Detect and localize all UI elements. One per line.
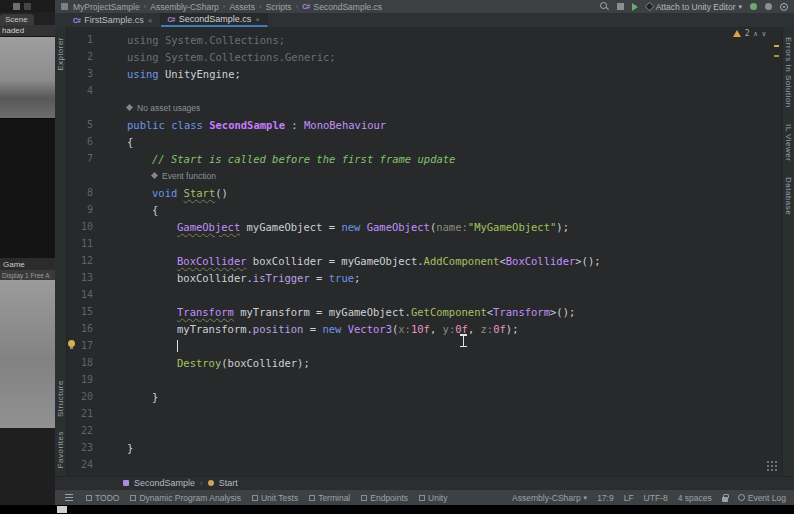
tab-game[interactable]: Game	[0, 258, 55, 270]
run-play-icon[interactable]	[632, 3, 638, 11]
code-line[interactable]: 12BoxCollider boxCollider = myGameObject…	[67, 252, 782, 269]
codevision-hint-line[interactable]: Event function	[67, 167, 782, 184]
code-line[interactable]: 2using System.Collections.Generic;	[67, 48, 782, 65]
csharp-file-icon: C#	[302, 3, 309, 10]
code-text: {	[127, 204, 158, 216]
code-area: 1using System.Collections;2using System.…	[67, 31, 782, 473]
code-line[interactable]: 1using System.Collections;	[67, 31, 782, 48]
code-line[interactable]: 19	[67, 371, 782, 388]
code-text	[127, 339, 178, 352]
game-viewport[interactable]	[0, 280, 55, 428]
breadcrumb-item[interactable]: Assembly-CSharp	[150, 2, 219, 12]
code-line[interactable]: 4	[67, 82, 782, 99]
codevision-hint-line[interactable]: No asset usages	[67, 99, 782, 116]
unity-window-icon[interactable]	[24, 3, 31, 10]
toolwindow-structure[interactable]: Structure	[56, 380, 65, 417]
toolwindow-il-viewer[interactable]: IL Viewer	[784, 124, 793, 161]
close-icon[interactable]: ×	[255, 15, 260, 24]
hamburger-menu-icon[interactable]	[65, 497, 73, 498]
code-line[interactable]: 18Destroy(boxCollider);	[67, 354, 782, 371]
inspection-widget: 2 ∧ ∨	[733, 29, 766, 38]
todo-icon	[86, 495, 92, 501]
breadcrumb-item[interactable]: Assets	[229, 2, 255, 12]
settings-gear-icon[interactable]	[780, 3, 788, 11]
code-line[interactable]: 5public class SecondSample : MonoBehavio…	[67, 116, 782, 133]
unit-tests-icon	[252, 495, 258, 501]
breadcrumb-item[interactable]: MyProjectSample	[73, 2, 140, 12]
lock-icon[interactable]	[722, 497, 728, 502]
code-line[interactable]: 17	[67, 337, 782, 354]
taskbar-thumbnail	[57, 506, 67, 513]
code-line[interactable]: 20}	[67, 388, 782, 405]
line-number: 19	[67, 374, 97, 385]
unity-logo-icon	[644, 2, 654, 12]
event-log-button[interactable]: Event Log	[738, 493, 786, 503]
line-number: 9	[67, 204, 97, 215]
code-line[interactable]: 3using UnityEngine;	[67, 65, 782, 82]
build-hammer-icon[interactable]	[617, 3, 624, 10]
scrollbar-warning-mark[interactable]	[774, 45, 779, 47]
build-configuration-select[interactable]: Assembly-CSharp▾	[512, 493, 587, 503]
caret-position[interactable]: 17:9	[597, 493, 614, 503]
scene-viewport[interactable]	[0, 36, 55, 118]
line-number: 3	[67, 68, 97, 79]
toolwindow-dpa[interactable]: Dynamic Program Analysis	[130, 493, 241, 503]
navbar-class[interactable]: SecondSample	[134, 478, 195, 488]
toolwindow-unit-tests[interactable]: Unit Tests	[252, 493, 298, 503]
code-text: Transform myTransform = myGameObject.Get…	[127, 306, 575, 318]
code-line[interactable]: 10GameObject myGameObject = new GameObje…	[67, 218, 782, 235]
toolwindow-favorites[interactable]: Favorites	[56, 431, 65, 468]
code-line[interactable]: 15Transform myTransform = myGameObject.G…	[67, 303, 782, 320]
game-display-toolbar[interactable]: Display 1 Free A	[0, 270, 55, 280]
next-issue-icon[interactable]: ∨	[762, 30, 766, 38]
code-line[interactable]: 23}	[67, 439, 782, 456]
code-line[interactable]: 8void Start()	[67, 184, 782, 201]
code-line[interactable]: 16myTransform.position = new Vector3(x:1…	[67, 320, 782, 337]
code-line[interactable]: 24	[67, 456, 782, 473]
debug-bug-icon[interactable]	[750, 3, 757, 10]
indent-indicator[interactable]: 4 spaces	[678, 493, 712, 503]
scene-shading-dropdown[interactable]: haded	[0, 25, 55, 36]
scrollbar-warning-mark[interactable]	[774, 55, 779, 57]
codevision-icon	[151, 172, 158, 179]
unity-menu-icon[interactable]	[13, 3, 20, 10]
attach-to-unity-button[interactable]: Attach to Unity Editor ▾	[646, 2, 742, 12]
toolwindow-endpoints[interactable]: Endpoints	[361, 493, 408, 503]
code-line[interactable]: 21	[67, 405, 782, 422]
code-text: boxCollider.isTrigger = true;	[127, 272, 360, 284]
prev-issue-icon[interactable]: ∧	[754, 30, 758, 38]
resize-grip[interactable]	[766, 460, 778, 472]
toolwindow-errors-in-solution[interactable]: Errors In Solution	[784, 37, 793, 108]
search-icon[interactable]	[600, 2, 609, 11]
tab-secondsample[interactable]: C# SecondSample.cs ×	[161, 13, 269, 27]
code-line[interactable]: 7// Start is called before the first fra…	[67, 150, 782, 167]
navbar-member[interactable]: Start	[219, 478, 238, 488]
breadcrumb-item[interactable]: Scripts	[266, 2, 292, 12]
toolwindow-explorer[interactable]: Explorer	[56, 37, 65, 71]
code-line[interactable]: 13boxCollider.isTrigger = true;	[67, 269, 782, 286]
profiler-icon[interactable]	[765, 3, 772, 10]
endpoints-icon	[361, 495, 367, 501]
toolwindow-database[interactable]: Database	[784, 177, 793, 215]
unity-scene-tabbar: Scene	[0, 12, 55, 25]
editor[interactable]: 1using System.Collections;2using System.…	[67, 27, 782, 476]
code-line[interactable]: 14	[67, 286, 782, 303]
tab-firstsample[interactable]: C# FirstSample.cs ×	[66, 13, 161, 27]
line-number: 16	[67, 323, 97, 334]
tab-scene[interactable]: Scene	[0, 14, 34, 25]
line-number: 8	[67, 187, 97, 198]
toolwindow-todo[interactable]: TODO	[86, 493, 119, 503]
toolwindow-terminal[interactable]: Terminal	[309, 493, 350, 503]
intention-bulb-icon[interactable]	[68, 340, 75, 347]
line-number: 6	[67, 136, 97, 147]
line-separator-indicator[interactable]: LF	[624, 493, 634, 503]
code-line[interactable]: 9{	[67, 201, 782, 218]
close-icon[interactable]: ×	[148, 16, 153, 25]
code-line[interactable]: 11	[67, 235, 782, 252]
toolwindow-unity[interactable]: Unity	[419, 493, 447, 503]
encoding-indicator[interactable]: UTF-8	[644, 493, 668, 503]
code-line[interactable]: 22	[67, 422, 782, 439]
code-line[interactable]: 6{	[67, 133, 782, 150]
line-number: 11	[67, 238, 97, 249]
breadcrumb-item[interactable]: SecondSample.cs	[314, 2, 383, 12]
